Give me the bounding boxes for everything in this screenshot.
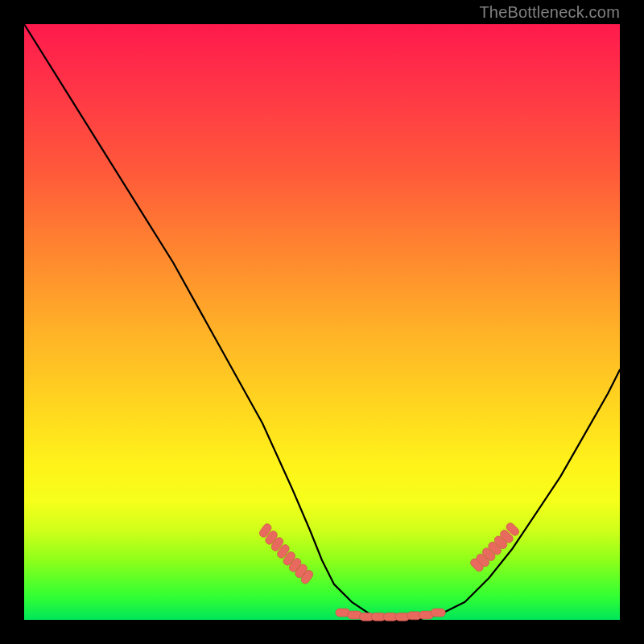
chart-overlay <box>24 24 620 620</box>
svg-rect-16 <box>431 609 445 617</box>
marker-layer <box>258 522 520 621</box>
watermark-text: TheBottleneck.com <box>479 3 620 22</box>
chart-stage: TheBottleneck.com <box>0 0 644 644</box>
data-marker <box>431 609 445 617</box>
plot-area <box>24 24 620 620</box>
bottleneck-curve <box>24 24 620 620</box>
curve-layer <box>24 24 620 620</box>
